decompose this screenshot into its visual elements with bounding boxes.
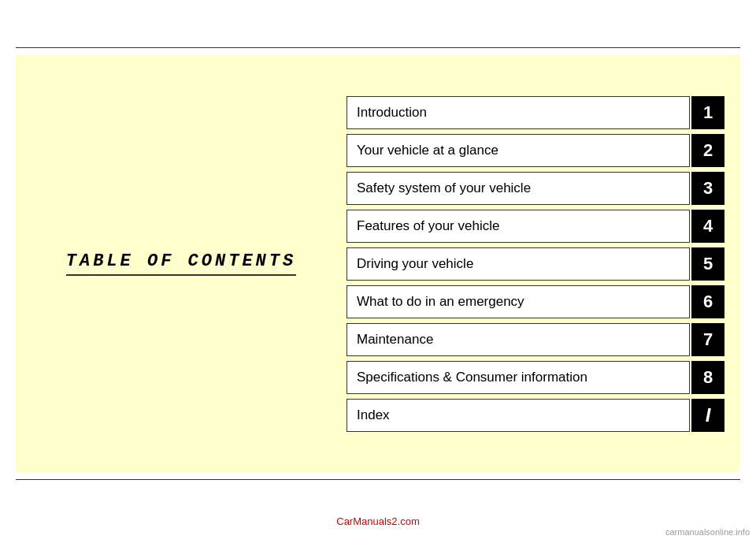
toc-label-maintenance[interactable]: Maintenance: [346, 323, 690, 356]
footer-link[interactable]: CarManuals2.com: [336, 515, 420, 527]
toc-number-1: 1: [691, 96, 724, 129]
toc-number-8: 8: [691, 361, 724, 394]
toc-number-6: 6: [691, 285, 724, 318]
toc-item-3[interactable]: Safety system of your vehicle 3: [346, 172, 724, 205]
toc-item-6[interactable]: What to do in an emergency 6: [346, 285, 724, 318]
toc-item-2[interactable]: Your vehicle at a glance 2: [346, 134, 724, 167]
toc-label-features[interactable]: Features of your vehicle: [346, 210, 690, 243]
toc-label-emergency[interactable]: What to do in an emergency: [346, 285, 690, 318]
toc-label-index[interactable]: Index: [346, 399, 690, 432]
top-divider: [16, 47, 740, 48]
page-title: TABLE OF CONTENTS: [66, 251, 296, 271]
toc-number-3: 3: [691, 172, 724, 205]
toc-number-7: 7: [691, 323, 724, 356]
main-content-area: TABLE OF CONTENTS Introduction 1 Your ve…: [16, 55, 740, 472]
toc-number-4: 4: [691, 210, 724, 243]
toc-number-2: 2: [691, 134, 724, 167]
toc-number-index: I: [691, 399, 724, 432]
toc-item-index[interactable]: Index I: [346, 399, 724, 432]
toc-item-8[interactable]: Specifications & Consumer information 8: [346, 361, 724, 394]
toc-item-4[interactable]: Features of your vehicle 4: [346, 210, 724, 243]
toc-label-safety-system[interactable]: Safety system of your vehicle: [346, 172, 690, 205]
title-box: TABLE OF CONTENTS: [66, 251, 296, 276]
toc-label-vehicle-at-glance[interactable]: Your vehicle at a glance: [346, 134, 690, 167]
toc-label-specifications[interactable]: Specifications & Consumer information: [346, 361, 690, 394]
toc-item-7[interactable]: Maintenance 7: [346, 323, 724, 356]
toc-label-introduction[interactable]: Introduction: [346, 96, 690, 129]
footer: CarManuals2.com: [0, 515, 756, 527]
toc-label-driving[interactable]: Driving your vehicle: [346, 247, 690, 281]
left-section: TABLE OF CONTENTS: [32, 71, 331, 456]
toc-number-5: 5: [691, 247, 724, 281]
bottom-divider: [16, 479, 740, 480]
watermark: carmanualsonline.info: [665, 527, 750, 537]
toc-item-5[interactable]: Driving your vehicle 5: [346, 247, 724, 281]
toc-list: Introduction 1 Your vehicle at a glance …: [331, 96, 724, 432]
toc-item-1[interactable]: Introduction 1: [346, 96, 724, 129]
